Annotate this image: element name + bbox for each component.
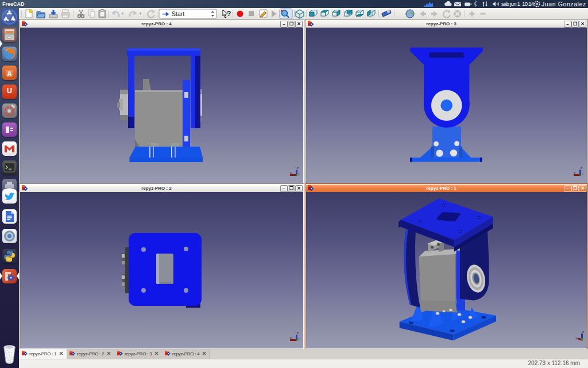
svg-text:y: y xyxy=(298,337,300,340)
svg-text:A: A xyxy=(7,70,12,77)
svg-text:x: x xyxy=(290,171,292,174)
svg-text:z: z xyxy=(581,166,582,170)
svg-text:x: x xyxy=(582,172,583,175)
svg-text:Start: Start xyxy=(172,10,184,17)
svg-text:z: z xyxy=(297,166,299,170)
svg-text:z: z xyxy=(582,330,584,334)
svg-text:y: y xyxy=(298,172,300,175)
svg-text:?: ? xyxy=(227,10,231,18)
svg-text:x: x xyxy=(575,336,577,340)
svg-text:x: x xyxy=(290,336,292,339)
svg-text:z: z xyxy=(297,331,299,335)
svg-text:y: y xyxy=(574,171,575,174)
